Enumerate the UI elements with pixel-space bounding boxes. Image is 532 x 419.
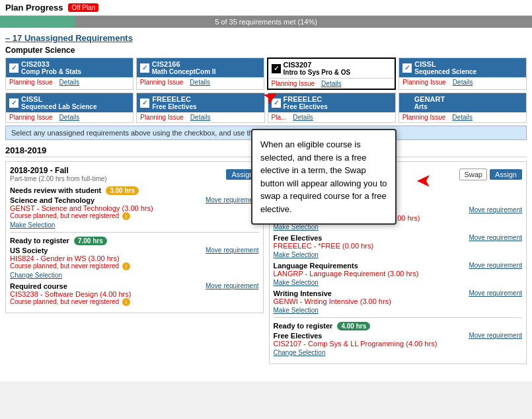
unassigned-req-link[interactable]: – 17 Unassigned Requirements (5, 33, 133, 43)
course-link-genwi[interactable]: Make Selection (274, 307, 319, 314)
card-subtitle-cis3207: Intro to Sys Pro & OS (284, 69, 351, 76)
spring-assign-button[interactable]: Assign (490, 169, 522, 180)
details-freeelec2[interactable]: Details (293, 114, 313, 121)
fall-term-box: 2018-2019 - Fall Part-time (2.00 hrs fro… (5, 161, 264, 313)
checkmark-cissl: ✓ (402, 63, 412, 73)
checkmark-cis2166: ✓ (140, 63, 149, 73)
info-icon-genst: i (122, 212, 130, 220)
progress-bar-fill (0, 16, 75, 28)
card-title-cissl2: CISSL (21, 95, 97, 103)
details-cis2033[interactable]: Details (59, 79, 80, 86)
card-title-genart: GENART (414, 95, 445, 103)
course-entry-langrp: Move requirement Language Requirements L… (274, 262, 523, 287)
course-entry-genwi: Move requirement Writing Intensive GENWI… (274, 289, 523, 315)
course-entry-cis2107: Move requirement Free Electives CIS2107 … (274, 332, 523, 357)
card-subtitle-cissl: Sequenced Science (414, 68, 476, 75)
course-name-cis2107: CIS2107 - Comp Sys & LL Programming (4.0… (274, 340, 523, 348)
card-title-cis2166: CIS2166 (152, 60, 216, 68)
checkmark-cissl2: ✓ (9, 98, 19, 108)
needs-review-badge: 3.00 hrs (106, 186, 139, 195)
unassigned-req-header[interactable]: – 17 Unassigned Requirements (5, 33, 527, 43)
details-cis2166[interactable]: Details (190, 79, 210, 86)
plan-progress-header: Plan Progress Off Plan (0, 0, 532, 16)
course-name-genwi: GENWI - Writing Intensive (3.00 hrs) (274, 297, 523, 305)
card-subtitle-cis2033: Comp Prob & Stats (21, 68, 81, 75)
course-name-cis3238: CIS3238 - Software Design (4.00 hrs) (10, 290, 259, 298)
details-cissl2[interactable]: Details (59, 114, 80, 121)
fall-term-header: 2018-2019 - Fall Part-time (2.00 hrs fro… (10, 166, 259, 182)
course-status-his824: Course planned, but never registered i (10, 262, 259, 270)
progress-bar: 5 of 35 requirements met (14%) (0, 16, 532, 28)
req-card-cissl[interactable]: ✓ CISSL Sequenced Science Planning Issue… (399, 57, 527, 90)
fall-term-subtitle: Part-time (2.00 hrs from full-time) (10, 175, 107, 182)
tooltip-overlay: When an eligible course is selected, and… (251, 129, 397, 225)
info-icon-his824: i (122, 262, 130, 270)
details-genart[interactable]: Details (452, 114, 473, 121)
details-cis3207[interactable]: Details (321, 80, 342, 87)
move-req-genwi[interactable]: Move requirement (469, 289, 522, 297)
card-title-cis3207: CIS3207 (284, 61, 351, 69)
move-req-cis2107[interactable]: Move requirement (469, 332, 522, 339)
card-title-cissl: CISSL (414, 60, 476, 68)
move-req-cis-choice[interactable]: Move requirement (469, 206, 522, 213)
off-plan-badge: Off Plan (68, 3, 98, 12)
course-name-freeelec: FREEELEC - *FREE (0.00 hrs) (274, 242, 523, 250)
planning-issue-cis2166: Planning Issue (140, 79, 184, 86)
planning-issue-cissl: Planning Issue (402, 79, 446, 86)
planning-issue-cis2033: Planning Issue (9, 79, 53, 86)
checkmark-freeelec1: ✓ (140, 98, 149, 108)
checkmark-cis3207: ✓ (272, 64, 281, 73)
req-card-cis2033[interactable]: ✓ CIS2033 Comp Prob & Stats Planning Iss… (5, 57, 133, 90)
needs-review-heading: Needs review with student 3.00 hrs (10, 186, 259, 195)
planning-issue-freeelec2: Pla... (272, 114, 287, 121)
course-link-freeelec[interactable]: Make Selection (274, 251, 319, 258)
course-link-cis2107[interactable]: Change Selection (274, 349, 326, 356)
fall-col: 2018-2019 - Fall Part-time (2.00 hrs fro… (5, 161, 264, 369)
course-name-his824: HIS824 - Gender in WS (3.00 hrs) (10, 254, 259, 262)
ready-register-heading: Ready to register 7.00 hrs (10, 237, 259, 245)
course-link-genst[interactable]: Make Selection (10, 221, 55, 229)
course-link-langrp[interactable]: Make Selection (274, 279, 319, 286)
planning-issue-cissl2: Planning Issue (9, 114, 53, 121)
card-subtitle-genart: Arts (414, 103, 445, 110)
req-card-cissl2[interactable]: ✓ CISSL Sequenced Lab Science Planning I… (5, 93, 133, 123)
card-title-freeelec2: FREEELEC (284, 95, 328, 103)
planning-issue-cis3207: Planning Issue (272, 80, 315, 87)
spring-ready-badge: 4.00 hrs (337, 322, 370, 330)
course-entry-freeelec: Move requirement Free Electives FREEELEC… (274, 234, 523, 259)
fall-term-title: 2018-2019 - Fall (10, 166, 107, 175)
move-req-freeelec[interactable]: Move requirement (469, 234, 522, 241)
cs-section-label: Computer Science (5, 46, 527, 55)
course-name-genst: GENST - Science and Technology (3.00 hrs… (10, 204, 259, 212)
card-title-cis2033: CIS2033 (21, 60, 81, 68)
move-req-cis3238[interactable]: Move requirement (206, 282, 259, 289)
progress-bar-text: 5 of 35 requirements met (14%) (215, 18, 317, 26)
card-title-freeelec1: FREEELEC (152, 95, 196, 103)
planning-issue-freeelec1: Planning Issue (140, 114, 184, 121)
req-card-genart[interactable]: GENART Arts Planning Issue Details (399, 93, 527, 123)
details-freeelec1[interactable]: Details (190, 114, 211, 121)
req-card-freeelec2[interactable]: ✓ FREEELEC Free Electives Pla... Details (268, 93, 396, 123)
swap-button[interactable]: Swap (459, 169, 487, 180)
course-entry-genst: Move requirement Science and Technology … (10, 196, 259, 229)
req-card-cis3207[interactable]: ✓ CIS3207 Intro to Sys Pro & OS Planning… (267, 57, 397, 90)
card-subtitle-cissl2: Sequenced Lab Science (21, 103, 97, 110)
card-subtitle-freeelec2: Free Electives (284, 103, 328, 110)
course-entry-cis3238: Move requirement Required course CIS3238… (10, 282, 259, 306)
planning-issue-genart: Planning Issue (402, 114, 446, 121)
checkmark-cis2033: ✓ (9, 63, 19, 73)
req-cards-row-1: ✓ CIS2033 Comp Prob & Stats Planning Iss… (5, 57, 527, 90)
red-arrow-swap: ➤ (416, 171, 432, 192)
req-card-cis2166[interactable]: ✓ CIS2166 Math ConceptCom II Planning Is… (136, 57, 264, 90)
details-cissl[interactable]: Details (453, 79, 473, 86)
spring-ready-heading: Ready to register 4.00 hrs (274, 322, 523, 330)
card-subtitle-freeelec1: Free Electives (152, 103, 196, 110)
move-req-his824[interactable]: Move requirement (206, 247, 259, 254)
course-status-genst: Course planned, but never registered i (10, 212, 259, 220)
req-card-freeelec1[interactable]: ✓ FREEELEC Free Electives Planning Issue… (136, 93, 264, 123)
tooltip-text: When an eligible course is selected, and… (260, 139, 387, 214)
card-subtitle-cis2166: Math ConceptCom II (152, 68, 216, 75)
plan-progress-title: Plan Progress (5, 3, 63, 13)
course-link-his824[interactable]: Change Selection (10, 272, 62, 279)
move-req-langrp[interactable]: Move requirement (469, 262, 522, 269)
